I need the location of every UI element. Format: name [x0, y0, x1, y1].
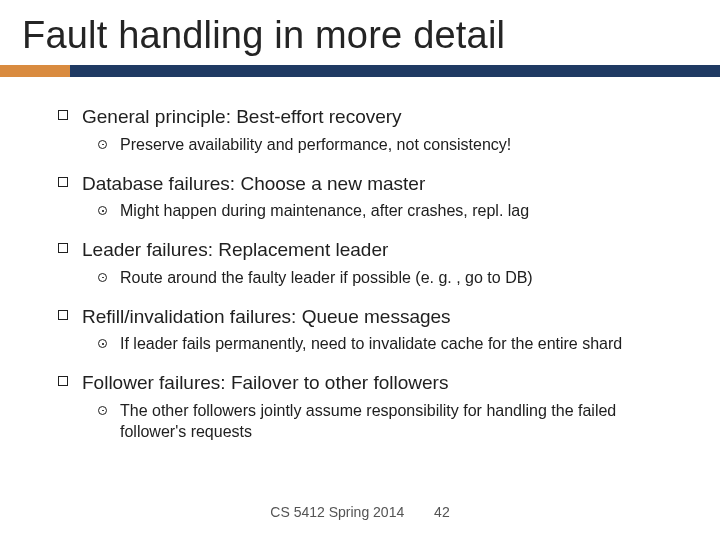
slide-body: General principle: Best-effort recovery …: [0, 77, 720, 443]
slide-footer: CS 5412 Spring 2014 42: [0, 504, 720, 520]
bullet-lvl1: Follower failures: Failover to other fol…: [58, 371, 678, 395]
bullet-lvl2: Preserve availability and performance, n…: [98, 135, 678, 156]
bullet-lvl1: Database failures: Choose a new master: [58, 172, 678, 196]
bullet-lvl2-text: If leader fails permanently, need to inv…: [120, 335, 622, 352]
bullet-lvl2: If leader fails permanently, need to inv…: [98, 334, 678, 355]
bullet-lvl2: The other followers jointly assume respo…: [98, 401, 678, 443]
footer-page: 42: [434, 504, 450, 520]
bullet-lvl2-text: Route around the faulty leader if possib…: [120, 269, 533, 286]
bullet-lvl2-text: Preserve availability and performance, n…: [120, 136, 511, 153]
bullet-lvl2-text: The other followers jointly assume respo…: [120, 402, 616, 440]
accent-bar: [0, 65, 720, 77]
footer-course: CS 5412 Spring 2014: [270, 504, 404, 520]
accent-orange: [0, 65, 70, 77]
bullet-lvl2: Might happen during maintenance, after c…: [98, 201, 678, 222]
slide-title: Fault handling in more detail: [0, 0, 720, 65]
bullet-lvl1: General principle: Best-effort recovery: [58, 105, 678, 129]
bullet-lvl1: Refill/invalidation failures: Queue mess…: [58, 305, 678, 329]
slide: Fault handling in more detail General pr…: [0, 0, 720, 540]
bullet-lvl1: Leader failures: Replacement leader: [58, 238, 678, 262]
bullet-lvl2: Route around the faulty leader if possib…: [98, 268, 678, 289]
accent-navy: [70, 65, 720, 77]
bullet-lvl2-text: Might happen during maintenance, after c…: [120, 202, 529, 219]
